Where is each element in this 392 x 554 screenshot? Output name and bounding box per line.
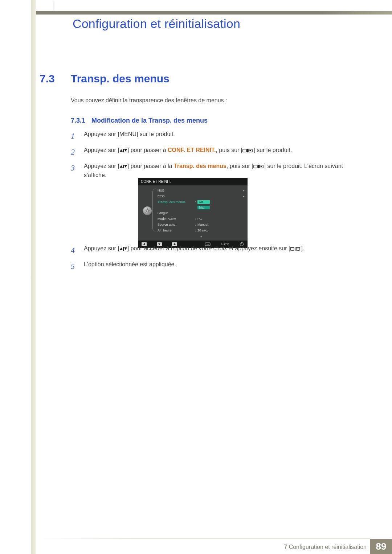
osd-row-hub: HUB▸ [158,188,245,193]
text: , puis sur [ [226,163,253,169]
osd-row-langue: Langue [158,210,245,216]
text: Appuyez sur [ [84,131,119,137]
osd-figure: CONF. ET REINIT. HUB▸ ECO▸ Transp. des m… [138,178,248,248]
svg-line-21 [146,212,146,213]
page-number: 89 [370,539,392,554]
svg-marker-2 [124,149,127,152]
osd-label-highlight: Transp. des menus [158,200,194,204]
osd-label: HUB [158,189,194,192]
osd-value: Manuel [197,223,240,226]
osd-row-pcav: Mode PC/AV:PC [158,216,245,222]
page-title: Configuration et réinitialisation [73,17,240,31]
osd-row-source: Source auto:Manuel [158,222,245,227]
top-tab [36,0,53,11]
osd-row-eco: ECO▸ [158,193,245,199]
up-down-icon [119,247,127,251]
step-number: 5 [71,260,84,272]
section-number: 7.3 [40,73,55,85]
footer-chapter-label: 7 Configuration et réinitialisation [284,544,367,550]
svg-line-20 [149,212,149,213]
text: Appuyez sur [ [84,245,119,251]
text: ] pour passer à la [127,163,174,169]
text: , puis sur [ [216,147,242,153]
osd-title: CONF. ET REINIT. [138,178,248,185]
step-2: 2 Appuyez sur [] pour passer à CONF. ET … [71,146,350,158]
svg-point-13 [261,166,262,167]
subsection-number: 7.3.1 [71,117,85,124]
step-number: 4 [71,244,84,257]
select-enter-icon [290,247,301,251]
svg-marker-35 [124,247,127,250]
svg-point-6 [250,150,251,151]
text: Appuyez sur [ [84,163,119,169]
osd-option-on: Mar. [197,206,210,209]
text: ] sur le produit. [136,131,175,137]
select-enter-icon [242,148,253,153]
subsection-title: Modification de la Transp. des menus [91,117,208,124]
svg-rect-34 [123,247,124,251]
step-number: 1 [71,130,84,142]
text: ] pour accéder à l'option de votre choix… [127,245,290,251]
osd-row-time: Aff. heure:20 sec. [158,227,245,233]
chevron-down-icon: ▾ [158,235,245,238]
chevron-right-icon: ▸ [240,194,245,198]
step-4: 4 Appuyez sur [] pour accéder à l'option… [71,244,350,257]
text: ] sur le produit. [253,147,292,153]
svg-rect-36 [290,247,294,250]
osd-label: Source auto [158,223,194,226]
step-5: 5 L'option sélectionnée est appliquée. [71,260,350,272]
up-down-icon [119,148,127,153]
osd-curve [152,188,158,232]
osd-row-transparency-on: Mar. [158,205,245,210]
step-1: 1 Appuyez sur [MENU] sur le produit. [71,130,350,142]
step-3: 3 Appuyez sur [] pour passer à la Transp… [71,162,350,180]
osd-option-off: Arr. [197,200,210,204]
svg-rect-37 [295,247,295,251]
top-bar [36,11,392,15]
osd-value: 20 sec. [197,229,240,232]
svg-rect-1 [123,149,124,152]
menu-label: MENU [119,131,136,137]
svg-marker-0 [120,149,123,152]
gear-icon [143,206,152,215]
svg-marker-33 [120,247,123,250]
text: ] pour passer à [127,147,168,153]
text: Appuyez sur [ [84,147,119,153]
section-title: Transp. des menus [71,73,170,85]
text: ]. [301,245,304,251]
select-enter-icon [253,164,264,169]
svg-marker-7 [120,165,123,168]
svg-rect-11 [258,165,259,168]
step-number: 2 [71,146,84,158]
svg-rect-10 [254,165,257,168]
osd-label: Langue [158,211,194,215]
nav-target: CONF. ET REINIT. [168,147,216,153]
nav-target: Transp. des menus [174,163,226,169]
osd-row-transparency: Transp. des menus: Arr. [158,199,245,205]
svg-marker-9 [124,165,127,168]
osd-label: Aff. heure [158,229,194,232]
text: L'option sélectionnée est appliquée. [84,261,176,267]
osd-label: ECO [158,194,194,198]
svg-rect-4 [247,149,248,152]
svg-rect-8 [123,165,124,168]
svg-point-14 [146,210,148,212]
svg-line-22 [149,209,149,209]
svg-line-19 [146,209,146,209]
svg-point-39 [298,249,299,250]
section-intro: Vous pouvez définir la transparence des … [71,97,227,104]
osd-label: Mode PC/AV [158,217,194,221]
left-margin-stripe [31,0,36,554]
osd-value: PC [197,217,240,221]
up-down-icon [119,164,127,169]
step-number: 3 [71,162,84,174]
chevron-right-icon: ▸ [240,189,245,192]
svg-rect-3 [243,149,246,152]
